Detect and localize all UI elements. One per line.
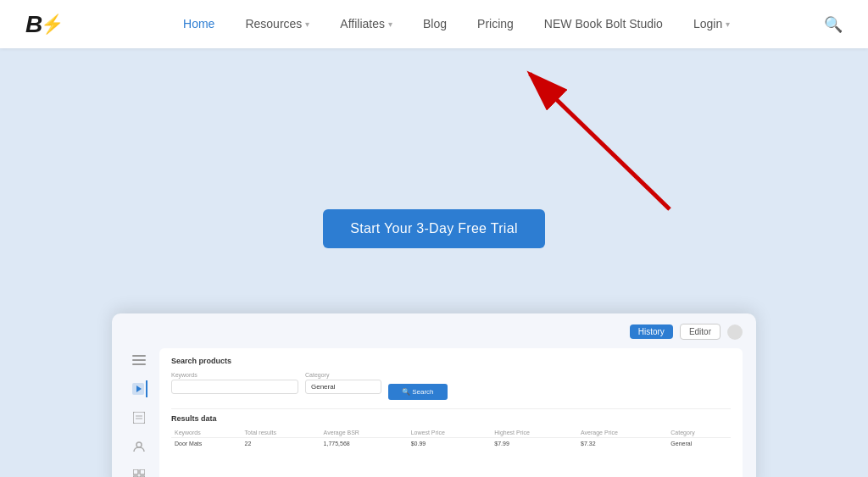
user-avatar-icon [727,324,743,340]
category-input-group: Category [305,372,381,394]
table-row: Door Mats221,775,568$0.99$7.99$7.32Gener… [171,438,731,450]
history-button[interactable]: History [630,324,673,339]
svg-point-10 [136,442,142,447]
col-highest-price: Highest Price [491,428,577,438]
nav-item-home[interactable]: Home [168,0,230,48]
main-content: Start Your 3-Day Free Trial [0,48,868,248]
chevron-down-icon: ▾ [305,0,309,48]
dashboard-topbar: History Editor [125,324,743,340]
col-keywords: Keywords [171,428,242,438]
brand-logo[interactable]: B ⚡ [25,13,64,36]
svg-rect-7 [133,412,145,424]
svg-rect-12 [140,469,145,474]
nav-item-new-book-bolt-studio[interactable]: NEW Book Bolt Studio [529,0,678,48]
category-input[interactable] [305,380,381,394]
search-icon[interactable]: 🔍 [815,15,843,34]
col-category: Category [667,428,731,438]
keyword-input[interactable] [171,380,298,394]
sidebar-icon-user[interactable] [131,438,147,455]
search-button[interactable]: 🔍 Search [388,384,448,400]
chevron-down-icon: ▾ [726,0,730,48]
search-row: Keywords Category 🔍 Search [171,372,731,400]
search-section-title: Search products [171,357,731,365]
svg-rect-11 [133,469,138,474]
keyword-input-group: Keywords [171,372,298,394]
sidebar-icon-tutorials[interactable] [131,380,147,397]
divider [171,408,731,409]
nav-item-resources[interactable]: Resources ▾ [230,0,325,48]
cta-button[interactable]: Start Your 3-Day Free Trial [323,209,545,248]
col-lowest-price: Lowest Price [408,428,492,438]
svg-rect-3 [132,359,146,361]
dashboard-main-panel: Search products Keywords Category 🔍 Sear… [159,348,743,477]
navbar: B ⚡ Home Resources ▾ Affiliates ▾ Blog P… [0,0,868,48]
nav-item-blog[interactable]: Blog [408,0,462,48]
sidebar-icon-products[interactable] [131,409,147,426]
dashboard-preview: History Editor [112,313,756,477]
results-table: Keywords Total results Average BSR Lowes… [171,428,731,449]
dashboard-sidebar [125,348,153,477]
nav-menu: Home Resources ▾ Affiliates ▾ Blog Prici… [97,0,815,48]
editor-button[interactable]: Editor [680,324,721,340]
chevron-down-icon: ▾ [388,0,392,48]
category-label: Category [305,372,381,378]
logo-letter: B [25,13,42,36]
table-header-row: Keywords Total results Average BSR Lowes… [171,428,731,438]
sidebar-icon-dash[interactable] [131,467,147,477]
nav-item-pricing[interactable]: Pricing [462,0,529,48]
sidebar-icon-menu[interactable] [131,352,147,369]
svg-rect-2 [132,355,146,357]
results-title: Results data [171,414,731,423]
keyword-label: Keywords [171,372,298,378]
nav-item-login[interactable]: Login ▾ [678,0,745,48]
col-avg-price: Average Price [577,428,667,438]
dashboard-body: Search products Keywords Category 🔍 Sear… [125,348,743,477]
col-avg-bsr: Average BSR [320,428,408,438]
logo-bolt-icon: ⚡ [41,15,64,34]
svg-rect-4 [132,363,146,365]
nav-item-affiliates[interactable]: Affiliates ▾ [325,0,408,48]
col-total-results: Total results [242,428,320,438]
